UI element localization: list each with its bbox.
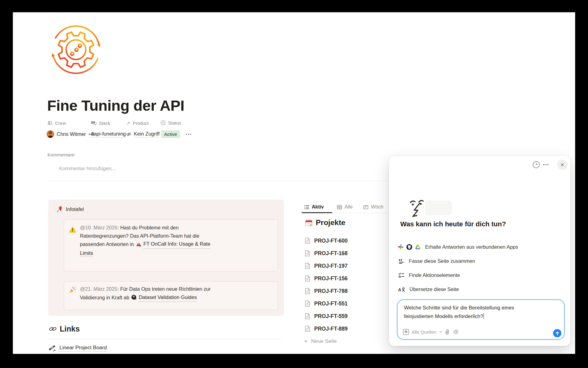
document-icon [304, 275, 311, 282]
infotafel-callout: Infotafel @10. März 2025: Hast du Proble… [48, 200, 284, 316]
panel-more-button[interactable]: ••• [543, 162, 549, 167]
note-text: @10. März 2025: Hast du Probleme mit den… [80, 224, 270, 257]
send-button[interactable] [553, 329, 561, 337]
document-icon [304, 288, 311, 294]
github-icon [406, 244, 413, 250]
ai-prompt-input[interactable]: Welche Schritte sind für die Bereitstell… [397, 299, 565, 340]
ai-greeting: Was kann ich heute für dich tun? [400, 220, 506, 228]
document-icon [304, 313, 311, 320]
property-value-product[interactable]: Kein Zugriff [126, 130, 160, 138]
prompt-text-line2: feinjustierten Modells erforderlich? [404, 312, 484, 321]
oncall-link[interactable]: FT OnCall Info: Usage & Rate [143, 240, 210, 249]
status-circle-icon [160, 120, 166, 125]
new-page-button[interactable]: + Neue Seite [304, 338, 337, 345]
property-value-crew[interactable]: Chris Witmer +6 [47, 130, 94, 138]
property-label-crew[interactable]: Crew [47, 120, 66, 126]
suggestion-connected-apps[interactable]: Erhalte Antworten aus verbundenen Apps [398, 241, 518, 253]
loading-skeleton [425, 201, 452, 215]
suggestion-action-items[interactable]: Finde Aktionselemente [398, 269, 460, 281]
board-view-icon [363, 205, 368, 210]
chevron-down-icon [439, 331, 442, 333]
slack-icon [398, 244, 404, 250]
project-row[interactable]: PROJ-FT-600 [304, 237, 348, 244]
property-value-status[interactable]: Active [161, 130, 180, 138]
source-selector[interactable]: N Alle Quellen [403, 328, 442, 336]
prompt-text-line1: Welche Schritte sind für die Bereitstell… [404, 304, 514, 312]
eye-off-icon [126, 131, 132, 137]
dataset-validation-link[interactable]: Dataset Validation Guides [139, 293, 197, 302]
links-section-heading: Links [49, 324, 80, 333]
page-logo-gear-icon[interactable] [50, 23, 102, 76]
project-row[interactable]: PROJ-FT-788 [304, 287, 348, 295]
ai-assistant-panel: ••• × Was kann ich heute für dich tun? [389, 156, 570, 346]
document-icon [304, 250, 311, 257]
tab-alle[interactable]: Alle [337, 203, 353, 211]
projects-heading: Projekte [305, 218, 345, 227]
document-icon [304, 237, 311, 244]
oncall-link-cont[interactable]: Limits [80, 249, 270, 257]
notion-source-icon: N [403, 329, 409, 335]
text-cursor [484, 313, 484, 319]
people-icon [47, 120, 53, 126]
tab-woechentlich[interactable]: Wöch [363, 203, 383, 211]
warning-icon [69, 226, 76, 233]
page-title[interactable]: Fine Tuning der API [47, 97, 184, 114]
satellite-icon: ↗ [48, 344, 56, 352]
project-row[interactable]: PROJ-FT-551 [304, 300, 348, 307]
status-badge: Active [161, 130, 180, 138]
summary-icon [398, 258, 405, 264]
arrow-up-icon [555, 331, 560, 335]
siren-icon: ↗ [136, 241, 141, 247]
project-row[interactable]: PROJ-FT-197 [304, 262, 348, 270]
tab-aktiv[interactable]: Aktiv [304, 203, 324, 211]
svg-text:↗: ↗ [139, 245, 141, 247]
translate-icon: A [398, 286, 405, 293]
document-icon [304, 263, 311, 269]
date-mention[interactable]: @21. März 2025 [80, 286, 117, 292]
property-value-slack[interactable]: #api-funetuning [91, 130, 126, 138]
link-icon [49, 325, 57, 333]
note-box-rate-limits: @10. März 2025: Hast du Probleme mit den… [64, 219, 278, 271]
comment-input[interactable]: Kommentar hinzufügen... [59, 166, 115, 171]
svg-text:↗: ↗ [53, 349, 55, 352]
chat-bubbles-icon [91, 120, 96, 126]
comments-heading: Kommentare [47, 152, 75, 158]
avatar [47, 130, 54, 138]
translate-letter: A [398, 287, 401, 292]
divider [47, 339, 284, 339]
property-label-status[interactable]: Status [160, 120, 181, 125]
mention-at-icon[interactable]: @ [453, 329, 458, 335]
google-drive-icon [415, 244, 421, 250]
property-label-product[interactable]: ↗ Product [126, 120, 149, 126]
project-row[interactable]: PROJ-FT-559 [304, 312, 348, 320]
history-clock-icon[interactable] [532, 160, 541, 169]
linear-project-board-link[interactable]: ↗ Linear Project Board [48, 344, 107, 352]
active-tab-underline [302, 212, 332, 213]
plus-icon: + [304, 338, 308, 345]
eight-ball-icon: 8 ↗ [131, 294, 137, 300]
date-mention[interactable]: @10. März 2025 [80, 225, 117, 230]
notion-ai-face-icon [409, 199, 426, 218]
document-icon [304, 325, 311, 332]
project-row[interactable]: PROJ-FT-156 [304, 275, 348, 282]
note-text: @21. März 2025: Für Data Ops treten neue… [80, 285, 270, 302]
party-popper-icon [69, 286, 76, 294]
svg-text:8: 8 [134, 296, 135, 298]
note-box-validation: @21. März 2025: Für Data Ops treten neue… [64, 281, 278, 310]
pushpin-icon [56, 206, 63, 213]
attachment-paperclip-icon[interactable] [444, 329, 450, 335]
project-row[interactable]: PROJ-FT-889 [304, 325, 348, 332]
svg-text:↗: ↗ [135, 298, 137, 300]
checklist-icon [398, 272, 405, 278]
project-row[interactable]: PROJ-FT-168 [304, 250, 348, 257]
notion-page: Fine Tuning der API Crew Slack ↗ Product… [13, 12, 575, 354]
spiral-calendar-icon [305, 219, 313, 227]
suggestion-translate[interactable]: A Übersetze diese Seite [398, 283, 459, 295]
document-icon [304, 300, 311, 307]
suggestion-summarize[interactable]: Fasse diese Seite zusammen [398, 255, 475, 267]
close-button[interactable]: × [557, 159, 567, 170]
list-view-icon [304, 205, 309, 210]
more-properties-button[interactable]: ••• [186, 132, 192, 137]
property-label-slack[interactable]: Slack [91, 120, 110, 126]
arrow-up-right-icon: ↗ [126, 120, 130, 126]
